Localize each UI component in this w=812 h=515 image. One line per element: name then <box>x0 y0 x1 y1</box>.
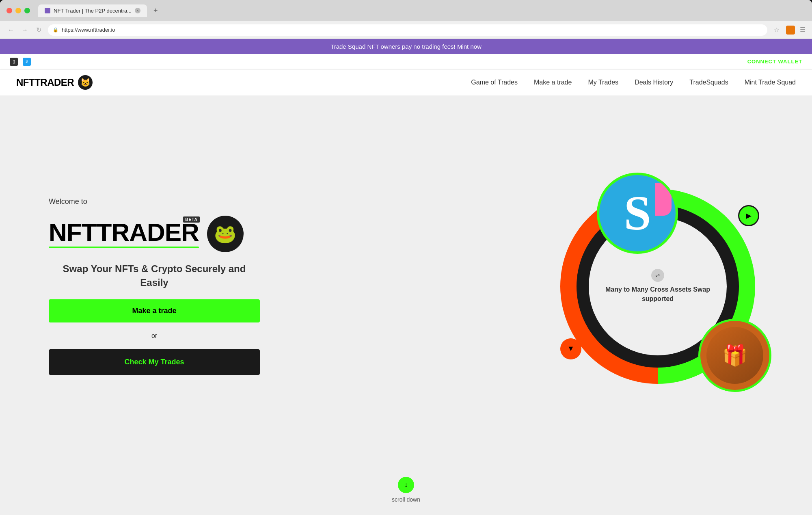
maximize-window-dot[interactable] <box>24 8 30 13</box>
firefox-icon <box>786 26 795 35</box>
promo-banner: Trade Squad NFT owners pay no trading fe… <box>0 39 812 54</box>
twitter-bird: 𝕫 <box>26 59 28 64</box>
bookmark-button[interactable]: ☆ <box>772 26 781 35</box>
twitter-icon[interactable]: 𝕫 <box>23 58 31 66</box>
logo-text: NFTTRADER <box>16 77 74 88</box>
browser-titlebar: NFT Trader | The P2P decentra... × + <box>0 0 812 21</box>
close-window-dot[interactable] <box>6 8 12 13</box>
logo-mascot-icon: 😺 <box>78 75 93 90</box>
brand-name: NFTTRADER <box>49 220 199 245</box>
nav-mint-trade-squad[interactable]: Mint Trade Squad <box>745 79 796 86</box>
new-tab-button[interactable]: + <box>153 6 158 15</box>
nft-s-letter: S <box>624 185 651 241</box>
check-trades-button[interactable]: Check My Trades <box>49 349 260 375</box>
discord-icon[interactable]: ▯ <box>10 58 18 66</box>
center-label: Many to Many Cross Assets Swap supported <box>605 285 710 303</box>
or-divider: or <box>49 332 260 340</box>
arrow-down-button[interactable]: ▼ <box>560 338 581 359</box>
nav-deals-history[interactable]: Deals History <box>635 79 673 86</box>
scroll-label: scroll down <box>392 496 420 503</box>
browser-menu-icon[interactable]: ☰ <box>800 26 806 34</box>
banner-text: Trade Squad NFT owners pay no trading fe… <box>330 43 482 50</box>
url-text: https://www.nfttrader.io <box>62 27 115 33</box>
brand-row: BETA NFTTRADER 🐸 <box>49 216 260 252</box>
arrow-up-button[interactable]: ▶ <box>738 205 759 226</box>
scroll-down-button[interactable]: ↓ <box>398 477 414 493</box>
tab-favicon-icon <box>45 8 50 13</box>
beta-badge: BETA <box>183 216 199 223</box>
nft-box-inner: 🎁 <box>706 327 763 384</box>
brand-name-container: BETA NFTTRADER <box>49 220 199 248</box>
discord-symbol: ▯ <box>13 59 15 64</box>
swap-icon: ⇌ <box>651 269 664 282</box>
browser-toolbar: ← → ↻ 🔒 https://www.nfttrader.io ☆ ☰ <box>0 21 812 39</box>
minimize-window-dot[interactable] <box>15 8 21 13</box>
logo[interactable]: NFTTRADER 😺 <box>16 75 93 90</box>
lock-icon: 🔒 <box>53 27 58 32</box>
nft-card-bottom: 🎁 <box>698 319 771 392</box>
main-content: Welcome to BETA NFTTRADER 🐸 Swap Your NF… <box>0 95 812 477</box>
nft-card-top: S <box>597 173 678 254</box>
utility-bar: ▯ 𝕫 CONNECT WALLET <box>0 54 812 69</box>
nav-links: Game of Trades Make a trade My Trades De… <box>471 79 796 86</box>
scroll-down-section: ↓ scroll down <box>0 477 812 515</box>
reload-button[interactable]: ↻ <box>34 26 43 35</box>
nav-make-a-trade[interactable]: Make a trade <box>534 79 572 86</box>
browser-tab[interactable]: NFT Trader | The P2P decentra... × <box>38 4 147 17</box>
brand-underline <box>49 247 199 248</box>
make-trade-button[interactable]: Make a trade <box>49 299 260 322</box>
tab-title: NFT Trader | The P2P decentra... <box>54 8 132 14</box>
main-navigation: NFTTRADER 😺 Game of Trades Make a trade … <box>0 69 812 95</box>
brand-mascot-icon: 🐸 <box>207 216 244 252</box>
website-content: Trade Squad NFT owners pay no trading fe… <box>0 39 812 515</box>
pink-accent <box>655 183 672 216</box>
hero-left: Welcome to BETA NFTTRADER 🐸 Swap Your NF… <box>49 197 260 374</box>
welcome-text: Welcome to <box>49 197 260 206</box>
address-bar[interactable]: 🔒 https://www.nfttrader.io <box>48 24 767 36</box>
nft-character: 🎁 <box>706 327 763 384</box>
forward-button[interactable]: → <box>20 26 29 35</box>
nav-my-trades[interactable]: My Trades <box>588 79 618 86</box>
nav-tradesquads[interactable]: TradeSquads <box>689 79 728 86</box>
hero-tagline: Swap Your NFTs & Crypto Securely and Eas… <box>49 262 260 289</box>
toolbar-right: ☆ ☰ <box>772 26 806 35</box>
connect-wallet-button[interactable]: CONNECT WALLET <box>747 58 802 65</box>
swap-diagram: ⇌ Many to Many Cross Assets Swap support… <box>536 164 780 408</box>
social-links: ▯ 𝕫 <box>10 58 31 66</box>
back-button[interactable]: ← <box>6 26 15 35</box>
tab-close-button[interactable]: × <box>135 8 140 13</box>
nav-game-of-trades[interactable]: Game of Trades <box>471 79 518 86</box>
browser-window: NFT Trader | The P2P decentra... × + ← →… <box>0 0 812 515</box>
window-controls <box>6 8 30 13</box>
